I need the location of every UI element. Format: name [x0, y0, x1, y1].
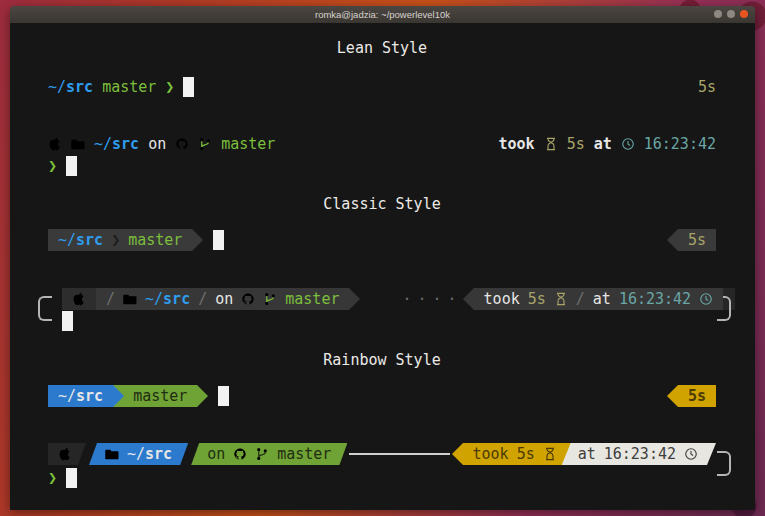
hourglass-icon [544, 137, 558, 151]
lean-prompt-1: ~/src master ❯ 5s [48, 76, 716, 98]
at-label: at [578, 445, 596, 463]
github-icon [241, 292, 255, 306]
clock-icon [699, 292, 713, 306]
os-segment [62, 288, 96, 310]
prompt-frame-right [717, 451, 731, 476]
at-label: at [593, 290, 611, 308]
path-branch-segment: ~/src ❯ master [48, 229, 192, 251]
rainbow-prompt-2-top: ~/src on master took 5s at 16:23:42 [48, 443, 716, 465]
minimize-button[interactable] [714, 10, 722, 18]
hourglass-icon [554, 292, 568, 306]
rainbow-style-heading: Rainbow Style [48, 349, 716, 371]
directory-path: ~/src [145, 290, 190, 308]
text-cursor [213, 230, 224, 250]
git-branch: master [277, 445, 331, 463]
lean-style-heading: Lean Style [48, 37, 716, 59]
clock-icon [684, 447, 698, 461]
directory-path: ~/src [127, 445, 172, 463]
folder-icon [123, 292, 137, 306]
powerline-arrow [667, 229, 678, 251]
powerline-arrow [463, 288, 474, 310]
rainbow-prompt-2-input: ❯ [48, 467, 716, 489]
section-title: Rainbow Style [323, 351, 440, 369]
window-title: romka@jadzia: ~/powerlevel10k [315, 9, 450, 20]
powerline-arrow [192, 229, 203, 251]
powerline-arrow [197, 385, 208, 407]
directory-path: ~/src [48, 78, 93, 96]
at-label: at [594, 135, 612, 153]
rainbow-prompt-1: ~/src master 5s [48, 385, 716, 407]
os-segment [48, 443, 86, 465]
os-icon [58, 447, 72, 461]
time-value: 16:23:42 [644, 135, 716, 153]
connector-line [349, 453, 449, 455]
branch-segment: master [113, 385, 197, 407]
time-value: 16:23:42 [604, 445, 676, 463]
duration-value: 5s [517, 445, 535, 463]
took-label: took [473, 445, 509, 463]
classic-style-heading: Classic Style [48, 193, 716, 215]
window-controls [714, 10, 748, 18]
took-segment: took 5s [463, 443, 571, 465]
text-cursor [62, 311, 73, 331]
maximize-button[interactable] [727, 10, 735, 18]
os-icon [72, 292, 86, 306]
titlebar[interactable]: romka@jadzia: ~/powerlevel10k [10, 6, 755, 23]
directory-path: ~/src [58, 387, 103, 405]
os-icon [48, 137, 62, 151]
segment-separator: ❯ [111, 231, 120, 249]
text-cursor [66, 156, 77, 176]
classic-prompt-1: ~/src ❯ master 5s [48, 229, 716, 251]
powerline-arrow [349, 288, 360, 310]
directory-path: ~/src [58, 231, 103, 249]
hourglass-icon [543, 447, 557, 461]
lean-prompt-2-top: ~/src on master took 5s at 16:23:42 [48, 133, 716, 155]
duration-value: 5s [528, 290, 546, 308]
time-segment: at 16:23:42 [562, 443, 716, 465]
git-branch: master [221, 135, 275, 153]
github-icon [175, 137, 189, 151]
on-label: on [148, 135, 166, 153]
path-vcs-segment: / ~/src / on master [96, 288, 349, 310]
classic-prompt-2-input [48, 310, 716, 332]
lean-prompt-2-input: ❯ [48, 155, 716, 177]
segment-separator: / [198, 290, 207, 308]
duration-segment: 5s [678, 385, 716, 407]
took-label: took [499, 135, 535, 153]
powerline-arrow [667, 385, 678, 407]
prompt-char: ❯ [48, 157, 57, 175]
text-cursor [218, 386, 229, 406]
terminal-window: romka@jadzia: ~/powerlevel10k Lean Style… [10, 6, 755, 510]
on-label: on [207, 445, 225, 463]
segment-separator: / [106, 290, 115, 308]
git-branch-icon [198, 137, 212, 151]
git-branch: master [285, 290, 339, 308]
close-button[interactable] [740, 10, 748, 18]
folder-icon [105, 447, 119, 461]
git-branch: master [128, 231, 182, 249]
classic-prompt-2-top: / ~/src / on master ···· took 5s [48, 288, 716, 310]
took-label: took [484, 290, 520, 308]
git-branch-icon [263, 292, 277, 306]
git-branch-icon [255, 447, 269, 461]
git-branch: master [102, 78, 156, 96]
section-title: Classic Style [323, 195, 440, 213]
dir-segment: ~/src [89, 443, 188, 465]
folder-icon [71, 137, 85, 151]
text-cursor [183, 77, 194, 97]
duration-segment: 5s [678, 229, 716, 251]
took-at-segment: took 5s / at 16:23:42 [474, 288, 724, 310]
vcs-segment: on master [191, 443, 347, 465]
section-title: Lean Style [337, 39, 427, 57]
powerline-arrow [452, 443, 463, 465]
clock-icon [621, 137, 635, 151]
terminal-content[interactable]: Lean Style ~/src master ❯ 5s ~/src on ma… [10, 23, 755, 510]
gap-dots: ···· [402, 290, 462, 308]
time-value: 16:23:42 [619, 290, 691, 308]
powerline-arrow [113, 385, 124, 407]
git-branch: master [133, 387, 187, 405]
text-cursor [66, 468, 77, 488]
prompt-char: ❯ [48, 469, 57, 487]
directory-path: ~/src [94, 135, 139, 153]
github-icon [233, 447, 247, 461]
